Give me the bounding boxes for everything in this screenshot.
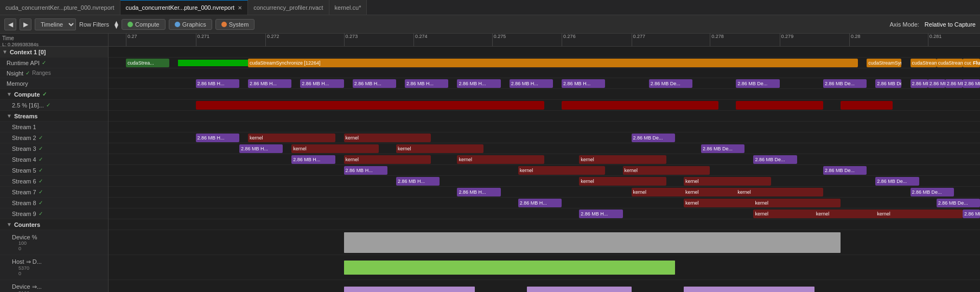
track-row: 2.86 MB H...kernelkernelkernel2.86 MB De…	[109, 187, 980, 198]
filter-compute-button[interactable]: Compute	[122, 19, 166, 30]
nav-back-button[interactable]: ◀	[4, 18, 16, 30]
track-bar[interactable]: 2.86 MB De...	[875, 79, 901, 88]
track-bar[interactable]: 2.86 MB H...	[510, 79, 553, 88]
track-bar[interactable]: 2.86 MB De...	[753, 155, 797, 164]
track-bar[interactable]: cudaStrea...	[126, 59, 169, 67]
memory-row: Memory	[0, 78, 108, 89]
stream5-check: ✓	[39, 167, 43, 173]
track-bar[interactable]: 2.86 MB H...	[396, 177, 440, 186]
tab-2[interactable]: cuda_concurrentKer...pture_000.nvreport …	[120, 0, 249, 15]
timeline-select[interactable]: Timeline	[35, 18, 76, 30]
track-bar[interactable]: kernel	[579, 155, 666, 164]
track-bar[interactable]	[841, 101, 893, 110]
streams-expand[interactable]: ▼	[7, 113, 12, 119]
track-bar[interactable]: 2.86 MB De...	[649, 79, 692, 88]
context1-expand[interactable]: ▼	[2, 49, 8, 55]
track-bar[interactable]: 2.86 MB H...	[405, 79, 448, 88]
time-label: Time L: 0.269938384s R: 0.28179639s	[0, 34, 109, 46]
track-bar[interactable]: 2.86 MB De...	[875, 177, 919, 186]
ranges-label: Ranges	[32, 70, 50, 76]
device-arr-bar2	[527, 287, 632, 292]
track-bar[interactable]: 2.86 MB De...	[701, 144, 744, 153]
track-bar[interactable]: 2.86 MB De...	[937, 199, 980, 207]
track-bar[interactable]: 2.86 MB De...	[945, 79, 963, 88]
track-bar[interactable]: 2.86 MB H...	[239, 144, 283, 153]
track-bar[interactable]: 2.86 MB H...	[457, 188, 500, 196]
stream8-check: ✓	[39, 200, 43, 206]
tick-0.271: 0.271	[196, 34, 210, 46]
track-bar[interactable]: cudaStreamSynchro...	[937, 59, 963, 67]
track-bar[interactable]: kernel	[248, 134, 335, 142]
track-bar[interactable]: kernel	[344, 134, 431, 142]
track-bar[interactable]: 2.86 MB H...	[518, 199, 562, 207]
tab-3[interactable]: concurrency_profiler.nvact	[248, 0, 329, 15]
device-arr-bar3	[684, 287, 814, 292]
compute-pct-label: 2.5 % [16]...	[12, 102, 44, 109]
track-bar[interactable]: kernel	[875, 210, 963, 218]
stream3-check: ✓	[39, 145, 43, 151]
flushing-records-bar[interactable]: Flushing Records (C...	[971, 59, 980, 67]
track-bar[interactable]: cudaStreamSynchro...	[867, 59, 901, 67]
filter-graphics-button[interactable]: Graphics	[169, 19, 212, 30]
stream3-label: Stream 3	[12, 145, 36, 152]
track-bar[interactable]	[562, 101, 718, 110]
track-bar[interactable]: 2.86 MB H...	[562, 79, 605, 88]
stream4-check: ✓	[39, 156, 43, 162]
track-bar[interactable]: 2.86 MB D...	[928, 79, 945, 88]
track-bar[interactable]: kernel	[753, 199, 841, 207]
time-ticks: 0.270.2710.2720.2730.2740.2750.2760.2770…	[109, 34, 980, 46]
track-bar[interactable]: 2.86 MB H...	[344, 166, 387, 175]
track-bar[interactable]: kernel	[396, 144, 483, 153]
counters-expand[interactable]: ▼	[7, 221, 12, 227]
track-bar[interactable]: kernel	[291, 144, 379, 153]
track-bar[interactable]: 2.86 MB H...	[353, 79, 396, 88]
stream3-row: Stream 3 ✓	[0, 143, 108, 154]
track-bar[interactable]: kernel	[344, 155, 431, 164]
track-bar[interactable]: 2.86 MB De...	[632, 134, 675, 142]
tick-0.281: 0.281	[928, 34, 942, 46]
tab-2-close[interactable]: ✕	[238, 5, 242, 11]
tick-0.275: 0.275	[492, 34, 506, 46]
stream8-row: Stream 8 ✓	[0, 198, 108, 208]
track-bar[interactable]: 2.86 MB H...	[196, 79, 239, 88]
track-row	[109, 122, 980, 132]
track-bar[interactable]: 2.86 MB De...	[823, 166, 867, 175]
stream5-row: Stream 5 ✓	[0, 165, 108, 176]
track-bar[interactable]	[178, 60, 247, 66]
runtime-api-row: Runtime API ✓	[0, 58, 108, 68]
device-arr-bar1	[344, 287, 475, 292]
track-bar[interactable]: 2.86 MB H...	[457, 79, 500, 88]
track-bar[interactable]: kernel	[518, 166, 606, 175]
track-bar[interactable]: 2.86 MB H...	[300, 79, 343, 88]
track-bar[interactable]: 2.86 MB H...	[196, 134, 239, 142]
track-bar[interactable]	[736, 101, 823, 110]
track-bar[interactable]: 2.86 MB De...	[911, 188, 954, 196]
track-bar[interactable]: kernel	[684, 177, 771, 186]
track-bar[interactable]: kernel	[579, 177, 666, 186]
track-bar[interactable]: kernel	[736, 188, 823, 196]
runtime-api-check: ✓	[42, 60, 46, 66]
track-bar[interactable]: 2.86 MB De...	[963, 210, 980, 218]
compute-pct-check: ✓	[46, 102, 50, 108]
track-bar[interactable]: 2.86 MB D...	[911, 79, 928, 88]
track-bar[interactable]: 2.86 MB De...	[736, 79, 779, 88]
compute-expand[interactable]: ▼	[7, 91, 12, 97]
track-bar[interactable]: kernel	[457, 155, 544, 164]
track-bar[interactable]: 2.86 MB H...	[291, 155, 335, 164]
time-label-text: Time	[2, 35, 14, 41]
track-bar[interactable]: 2.86 MB H...	[248, 79, 291, 88]
track-bar[interactable]: 2.86 MB De...	[963, 79, 980, 88]
tab-1[interactable]: cuda_concurrentKer...pture_000.nvreport	[0, 0, 120, 15]
nav-forward-button[interactable]: ▶	[20, 18, 31, 30]
tick-0.276: 0.276	[562, 34, 576, 46]
track-bar[interactable]: kernel	[623, 166, 710, 175]
tick-0.274: 0.274	[413, 34, 428, 46]
track-bar[interactable]: cudaStreamSynchronize [12264]	[248, 59, 858, 67]
track-bar[interactable]	[196, 101, 544, 110]
track-bar[interactable]: 2.86 MB H...	[579, 210, 622, 218]
filter-system-button[interactable]: System	[215, 19, 255, 30]
device-pct-label: Device %	[12, 234, 37, 240]
track-bar[interactable]: 2.86 MB De...	[823, 79, 867, 88]
track-bar[interactable]: cudaStreamSync...	[911, 59, 937, 67]
tab-4[interactable]: kernel.cu*	[329, 0, 367, 15]
